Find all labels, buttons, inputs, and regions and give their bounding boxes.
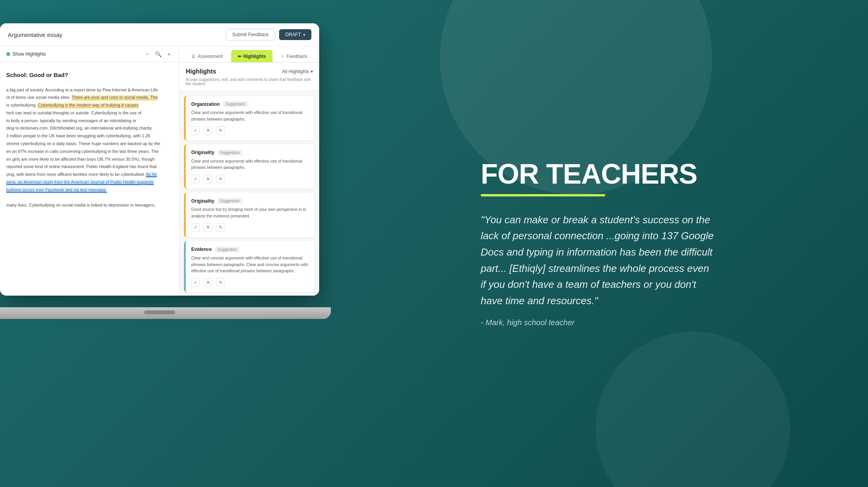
header-buttons: Submit Feedback DRAFT ▾ <box>226 29 311 40</box>
card-2-text: Clear and concise arguments with effecti… <box>191 158 309 171</box>
card-2-actions: ✓ ✕ ✎ <box>191 175 309 183</box>
card-3-header: Originality Suggestion <box>191 198 309 204</box>
marketing-content: FOR TEACHERS "You can make or break a st… <box>481 160 714 328</box>
card-1-edit-button[interactable]: ✎ <box>216 126 225 135</box>
card-1-reject-button[interactable]: ✕ <box>204 126 212 135</box>
card-1-category: Organization <box>191 102 220 107</box>
card-4-accept-button[interactable]: ✓ <box>191 278 200 287</box>
quote-author: - Mark, high school teacher <box>481 318 714 327</box>
screen-title: Argumentative essay <box>8 32 62 38</box>
all-highlights-button[interactable]: All Highlights ▾ <box>282 69 313 74</box>
for-teachers-heading: FOR TEACHERS <box>481 160 714 188</box>
tab-feedback[interactable]: ☆ Feedback <box>274 50 314 62</box>
card-1-header: Organization Suggestion <box>191 101 309 107</box>
card-2-accept-button[interactable]: ✓ <box>191 175 200 183</box>
screen-header: Argumentative essay Submit Feedback DRAF… <box>0 23 319 46</box>
all-highlights-label: All Highlights <box>282 69 309 74</box>
heading-underline <box>481 194 605 196</box>
essay-text: a big part of society. According to a re… <box>6 86 173 210</box>
toggle-dot <box>6 52 10 56</box>
highlight-card-3: Originality Suggestion Good source but t… <box>184 193 315 237</box>
card-4-badge: Suggestion <box>215 247 240 252</box>
card-2-header: Originality Suggestion <box>191 150 309 156</box>
highlights-header: Highlights All Highlights ▾ <box>179 63 319 77</box>
all-highlights-chevron-icon: ▾ <box>311 69 313 74</box>
card-1-actions: ✓ ✕ ✎ <box>191 126 309 135</box>
card-3-badge: Suggestion <box>218 198 242 204</box>
essay-content: School: Good or Bad? a big part of socie… <box>0 62 179 296</box>
tab-feedback-label: Feedback <box>286 54 307 59</box>
highlights-list: Organization Suggestion Clear and concis… <box>179 91 319 296</box>
card-3-edit-button[interactable]: ✎ <box>216 223 225 232</box>
card-3-actions: ✓ ✕ ✎ <box>191 223 309 232</box>
card-1-text: Clear and concise arguments with effecti… <box>191 109 309 123</box>
card-4-edit-button[interactable]: ✎ <box>216 278 225 287</box>
highlight-card-4: Evidence Suggestion Clear and concise ar… <box>184 241 315 292</box>
card-2-edit-button[interactable]: ✎ <box>216 175 225 183</box>
highlights-panel: ☰ Assessment ✏ Highlights ☆ Feedback Hig… <box>179 46 319 296</box>
laptop-container: Argumentative essay Submit Feedback DRAF… <box>0 23 327 319</box>
show-highlights-label: Show Highlights <box>12 51 46 57</box>
card-4-actions: ✓ ✕ ✎ <box>191 278 309 287</box>
draft-button[interactable]: DRAFT ▾ <box>279 29 311 40</box>
tab-highlights[interactable]: ✏ Highlights <box>231 50 273 62</box>
draft-chevron-icon: ▾ <box>303 33 305 37</box>
card-3-reject-button[interactable]: ✕ <box>204 223 212 232</box>
card-2-badge: Suggestion <box>218 150 242 156</box>
tab-assessment-label: Assessment <box>197 54 223 59</box>
card-3-accept-button[interactable]: ✓ <box>191 223 200 232</box>
highlights-title: Highlights <box>186 68 216 75</box>
tabs-bar: ☰ Assessment ✏ Highlights ☆ Feedback <box>179 46 319 63</box>
highlights-icon: ✏ <box>238 54 241 59</box>
tab-highlights-label: Highlights <box>243 54 266 59</box>
plus-icon[interactable]: + <box>165 50 173 58</box>
draft-label: DRAFT <box>285 32 301 37</box>
screen-body: Show Highlights − 🔍 + School: Good or Ba… <box>0 46 319 296</box>
card-4-category: Evidence <box>191 247 212 252</box>
highlight-card-2: Originality Suggestion Clear and concise… <box>184 144 315 189</box>
highlights-subtitle: Accept suggestions, edit, and add commen… <box>179 77 319 91</box>
minus-icon[interactable]: − <box>143 50 151 58</box>
tab-assessment[interactable]: ☰ Assessment <box>185 50 229 62</box>
laptop-base <box>0 307 331 319</box>
card-2-reject-button[interactable]: ✕ <box>204 175 212 183</box>
assessment-icon: ☰ <box>192 54 195 59</box>
card-4-header: Evidence Suggestion <box>191 247 309 252</box>
show-highlights-toggle[interactable]: Show Highlights <box>6 51 46 57</box>
card-2-category: Originality <box>191 150 214 155</box>
feedback-icon: ☆ <box>281 54 285 59</box>
card-1-badge: Suggestion <box>223 101 248 107</box>
quote-text: "You can make or break a student's succe… <box>481 212 714 309</box>
search-icon[interactable]: 🔍 <box>154 50 162 58</box>
card-4-reject-button[interactable]: ✕ <box>204 278 212 287</box>
marketing-panel: FOR TEACHERS "You can make or break a st… <box>327 0 868 487</box>
essay-toolbar: Show Highlights − 🔍 + <box>0 46 179 62</box>
card-4-text: Clear and concise arguments with effecti… <box>191 255 309 274</box>
essay-panel: Show Highlights − 🔍 + School: Good or Ba… <box>0 46 179 296</box>
laptop-screen: Argumentative essay Submit Feedback DRAF… <box>0 23 319 296</box>
card-3-text: Good source but try bringing more of you… <box>191 206 309 219</box>
essay-title: School: Good or Bad? <box>6 70 173 80</box>
highlight-card-1: Organization Suggestion Clear and concis… <box>184 96 315 140</box>
card-1-accept-button[interactable]: ✓ <box>191 126 200 135</box>
submit-feedback-button[interactable]: Submit Feedback <box>226 29 275 40</box>
toolbar-actions: − 🔍 + <box>143 50 173 58</box>
card-3-category: Originality <box>191 198 214 204</box>
